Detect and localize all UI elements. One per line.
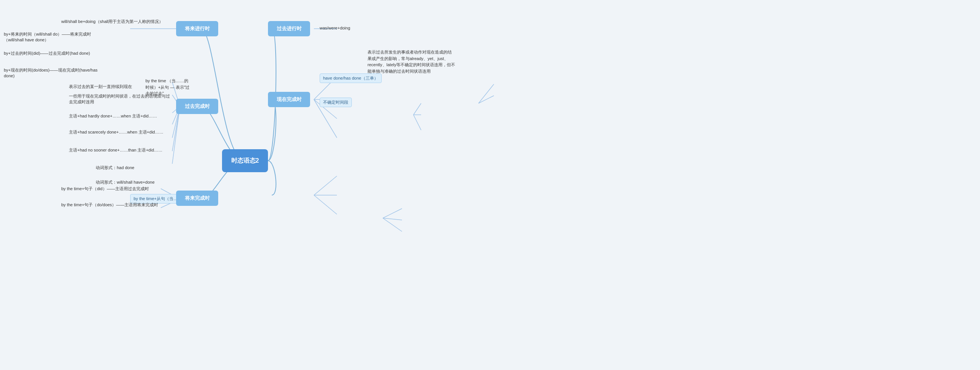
uncertain-period-box: 不确定时间段 [320, 98, 352, 107]
branch-future-progressive: 将来进行时 [176, 21, 218, 36]
svg-line-21 [413, 115, 421, 130]
svg-line-25 [383, 218, 402, 220]
center-label: 时态语态2 [231, 157, 259, 165]
have-done-box: have done/has done（三单） [320, 73, 382, 83]
future-perfect-verb: 动词形式：will/shall have+done [96, 179, 155, 186]
future-progressive-formula: will/shall be+doing（shall用于主语为第一人称的情况） [61, 18, 163, 25]
svg-line-24 [383, 209, 402, 218]
branch-past-perfect: 过去完成时 [176, 99, 218, 114]
branch-past-progressive: 过去进行时 [268, 21, 310, 36]
past-perfect-no-sooner: 主语+had no sooner done+……than 主语+did…… [69, 147, 162, 153]
branch-past-progressive-label: 过去进行时 [277, 25, 302, 32]
past-perfect-meaning1: 表示过去的某一刻一直持续到现在 [69, 83, 132, 90]
svg-line-7 [172, 106, 180, 164]
past-perfect-hardly: 主语+had hardly done+……when 主语+did…… [69, 113, 157, 119]
branch-future-perfect-label: 将来完成时 [185, 195, 210, 202]
svg-line-26 [383, 218, 402, 231]
branch-future-perfect: 将来完成时 [176, 191, 218, 206]
future-perfect-by3: by+现在的时间(do/does)——现在完成时(have/has done) [4, 67, 100, 79]
svg-line-16 [314, 176, 337, 195]
branch-present-perfect-label: 现在完成时 [277, 96, 302, 103]
branch-past-perfect-label: 过去完成时 [185, 103, 210, 110]
svg-line-19 [413, 103, 421, 115]
mind-map: 时态语态2 将来进行时 will/shall be+doing（shall用于主… [0, 0, 980, 370]
future-perfect-bytime1: by the time+句子（did）——主语用过去完成时 [61, 186, 149, 192]
center-node: 时态语态2 [222, 149, 268, 172]
future-perfect-by2: by+过去的时间(did)——过去完成时(had done) [4, 51, 90, 56]
past-progressive-formula: was/were+doing [320, 25, 350, 31]
svg-line-22 [479, 84, 494, 103]
branch-future-progressive-label: 将来进行时 [185, 25, 210, 32]
svg-line-23 [479, 96, 494, 103]
future-perfect-bytime2: by the time+句子（do/does）——主语用将来完成时 [61, 202, 158, 208]
branch-present-perfect: 现在完成时 [268, 92, 310, 107]
past-perfect-verb: 动词形式：had done [96, 165, 134, 171]
svg-line-18 [314, 195, 337, 214]
uncertain-period-text: 表示过去所发生的事或者动作对现在造成的结果或产生的影响，常与already、ye… [368, 49, 456, 74]
by-the-time-label: by the time （当……的时候）+从句 — 表示"过去的过去" [145, 78, 191, 97]
future-perfect-by1: by+将来的时间（will/shall do）——将来完成时（will/shal… [4, 31, 100, 43]
past-perfect-scarcely: 主语+had scarecely done+……when 主语+did…… [69, 129, 163, 135]
